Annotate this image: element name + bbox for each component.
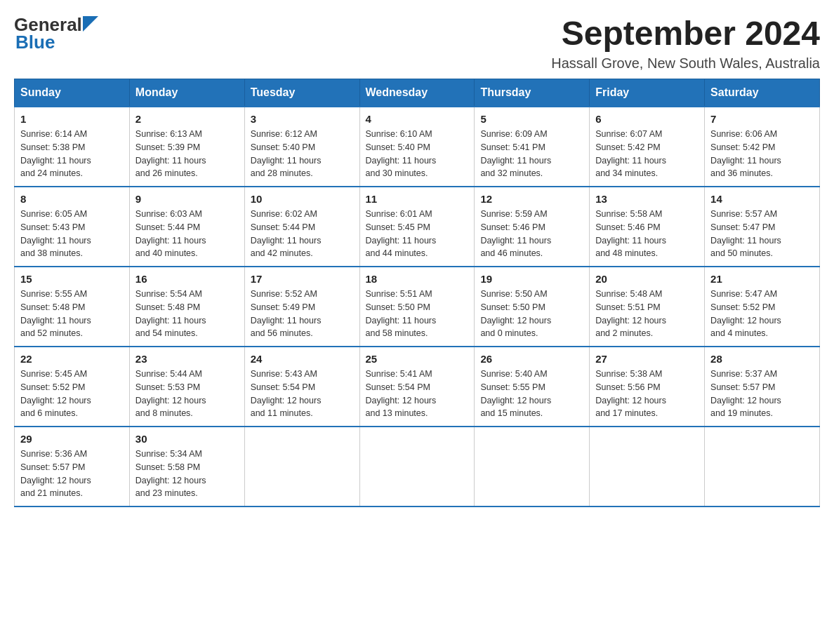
day-number: 6: [595, 113, 699, 125]
day-info: Sunrise: 6:01 AM Sunset: 5:45 PM Dayligh…: [366, 208, 469, 260]
table-row: 14 Sunrise: 5:57 AM Sunset: 5:47 PM Dayl…: [705, 187, 820, 267]
day-info: Sunrise: 5:58 AM Sunset: 5:46 PM Dayligh…: [595, 208, 699, 260]
day-number: 1: [20, 113, 124, 125]
day-number: 18: [366, 273, 469, 285]
day-info: Sunrise: 6:03 AM Sunset: 5:44 PM Dayligh…: [135, 208, 239, 260]
calendar-subtitle: Hassall Grove, New South Wales, Australi…: [551, 55, 820, 72]
logo-blue-text: Blue: [15, 32, 55, 53]
day-number: 2: [135, 113, 239, 125]
table-row: 17 Sunrise: 5:52 AM Sunset: 5:49 PM Dayl…: [244, 267, 359, 347]
table-row: 28 Sunrise: 5:37 AM Sunset: 5:57 PM Dayl…: [705, 347, 820, 427]
day-info: Sunrise: 5:45 AM Sunset: 5:52 PM Dayligh…: [20, 368, 124, 420]
table-row: 3 Sunrise: 6:12 AM Sunset: 5:40 PM Dayli…: [244, 107, 359, 187]
day-number: 25: [366, 353, 469, 365]
day-info: Sunrise: 5:38 AM Sunset: 5:56 PM Dayligh…: [595, 368, 699, 420]
day-info: Sunrise: 5:52 AM Sunset: 5:49 PM Dayligh…: [251, 288, 354, 340]
table-row: 5 Sunrise: 6:09 AM Sunset: 5:41 PM Dayli…: [475, 107, 590, 187]
day-number: 8: [20, 193, 124, 205]
day-info: Sunrise: 6:10 AM Sunset: 5:40 PM Dayligh…: [366, 128, 469, 180]
header-sunday: Sunday: [15, 79, 130, 107]
day-info: Sunrise: 5:34 AM Sunset: 5:58 PM Dayligh…: [135, 448, 239, 500]
table-row: 30 Sunrise: 5:34 AM Sunset: 5:58 PM Dayl…: [129, 427, 244, 507]
day-number: 10: [251, 193, 354, 205]
day-number: 15: [20, 273, 124, 285]
header-tuesday: Tuesday: [244, 79, 359, 107]
day-info: Sunrise: 5:44 AM Sunset: 5:53 PM Dayligh…: [135, 368, 239, 420]
day-number: 24: [251, 353, 354, 365]
day-number: 28: [710, 353, 814, 365]
day-number: 29: [20, 433, 124, 445]
day-number: 21: [710, 273, 814, 285]
table-row: [590, 427, 705, 507]
header-monday: Monday: [129, 79, 244, 107]
day-info: Sunrise: 5:54 AM Sunset: 5:48 PM Dayligh…: [135, 288, 239, 340]
table-row: 15 Sunrise: 5:55 AM Sunset: 5:48 PM Dayl…: [15, 267, 130, 347]
day-number: 30: [135, 433, 239, 445]
calendar-title: September 2024: [551, 14, 820, 53]
day-info: Sunrise: 6:07 AM Sunset: 5:42 PM Dayligh…: [595, 128, 699, 180]
table-row: 27 Sunrise: 5:38 AM Sunset: 5:56 PM Dayl…: [590, 347, 705, 427]
header-wednesday: Wednesday: [359, 79, 475, 107]
calendar-header-row: Sunday Monday Tuesday Wednesday Thursday…: [15, 79, 820, 107]
day-info: Sunrise: 5:51 AM Sunset: 5:50 PM Dayligh…: [366, 288, 469, 340]
calendar-table: Sunday Monday Tuesday Wednesday Thursday…: [14, 79, 820, 507]
day-info: Sunrise: 5:57 AM Sunset: 5:47 PM Dayligh…: [710, 208, 814, 260]
svg-marker-0: [83, 16, 98, 32]
table-row: [359, 427, 475, 507]
day-info: Sunrise: 6:05 AM Sunset: 5:43 PM Dayligh…: [20, 208, 124, 260]
day-number: 12: [480, 193, 583, 205]
day-number: 20: [595, 273, 699, 285]
day-number: 26: [480, 353, 583, 365]
table-row: 29 Sunrise: 5:36 AM Sunset: 5:57 PM Dayl…: [15, 427, 130, 507]
day-number: 5: [480, 113, 583, 125]
table-row: [244, 427, 359, 507]
logo: General Blue: [14, 14, 98, 53]
day-info: Sunrise: 5:48 AM Sunset: 5:51 PM Dayligh…: [595, 288, 699, 340]
day-info: Sunrise: 5:43 AM Sunset: 5:54 PM Dayligh…: [251, 368, 354, 420]
table-row: [475, 427, 590, 507]
table-row: 26 Sunrise: 5:40 AM Sunset: 5:55 PM Dayl…: [475, 347, 590, 427]
day-info: Sunrise: 5:59 AM Sunset: 5:46 PM Dayligh…: [480, 208, 583, 260]
day-info: Sunrise: 5:37 AM Sunset: 5:57 PM Dayligh…: [710, 368, 814, 420]
table-row: 10 Sunrise: 6:02 AM Sunset: 5:44 PM Dayl…: [244, 187, 359, 267]
day-number: 19: [480, 273, 583, 285]
day-number: 16: [135, 273, 239, 285]
calendar-week-3: 15 Sunrise: 5:55 AM Sunset: 5:48 PM Dayl…: [15, 267, 820, 347]
table-row: 2 Sunrise: 6:13 AM Sunset: 5:39 PM Dayli…: [129, 107, 244, 187]
table-row: 9 Sunrise: 6:03 AM Sunset: 5:44 PM Dayli…: [129, 187, 244, 267]
header-friday: Friday: [590, 79, 705, 107]
calendar-week-4: 22 Sunrise: 5:45 AM Sunset: 5:52 PM Dayl…: [15, 347, 820, 427]
day-number: 4: [366, 113, 469, 125]
page-header: General Blue September 2024 Hassall Grov…: [14, 14, 820, 72]
calendar-week-2: 8 Sunrise: 6:05 AM Sunset: 5:43 PM Dayli…: [15, 187, 820, 267]
table-row: 16 Sunrise: 5:54 AM Sunset: 5:48 PM Dayl…: [129, 267, 244, 347]
table-row: 19 Sunrise: 5:50 AM Sunset: 5:50 PM Dayl…: [475, 267, 590, 347]
day-number: 17: [251, 273, 354, 285]
table-row: 12 Sunrise: 5:59 AM Sunset: 5:46 PM Dayl…: [475, 187, 590, 267]
day-info: Sunrise: 6:12 AM Sunset: 5:40 PM Dayligh…: [251, 128, 354, 180]
day-number: 11: [366, 193, 469, 205]
table-row: 8 Sunrise: 6:05 AM Sunset: 5:43 PM Dayli…: [15, 187, 130, 267]
table-row: 23 Sunrise: 5:44 AM Sunset: 5:53 PM Dayl…: [129, 347, 244, 427]
day-number: 23: [135, 353, 239, 365]
header-thursday: Thursday: [475, 79, 590, 107]
table-row: 1 Sunrise: 6:14 AM Sunset: 5:38 PM Dayli…: [15, 107, 130, 187]
day-info: Sunrise: 5:47 AM Sunset: 5:52 PM Dayligh…: [710, 288, 814, 340]
table-row: 24 Sunrise: 5:43 AM Sunset: 5:54 PM Dayl…: [244, 347, 359, 427]
table-row: 13 Sunrise: 5:58 AM Sunset: 5:46 PM Dayl…: [590, 187, 705, 267]
day-number: 7: [710, 113, 814, 125]
table-row: 4 Sunrise: 6:10 AM Sunset: 5:40 PM Dayli…: [359, 107, 475, 187]
header-saturday: Saturday: [705, 79, 820, 107]
day-info: Sunrise: 5:36 AM Sunset: 5:57 PM Dayligh…: [20, 448, 124, 500]
calendar-week-1: 1 Sunrise: 6:14 AM Sunset: 5:38 PM Dayli…: [15, 107, 820, 187]
day-info: Sunrise: 6:13 AM Sunset: 5:39 PM Dayligh…: [135, 128, 239, 180]
table-row: 22 Sunrise: 5:45 AM Sunset: 5:52 PM Dayl…: [15, 347, 130, 427]
calendar-week-5: 29 Sunrise: 5:36 AM Sunset: 5:57 PM Dayl…: [15, 427, 820, 507]
table-row: [705, 427, 820, 507]
table-row: 20 Sunrise: 5:48 AM Sunset: 5:51 PM Dayl…: [590, 267, 705, 347]
day-info: Sunrise: 6:14 AM Sunset: 5:38 PM Dayligh…: [20, 128, 124, 180]
table-row: 11 Sunrise: 6:01 AM Sunset: 5:45 PM Dayl…: [359, 187, 475, 267]
day-info: Sunrise: 5:40 AM Sunset: 5:55 PM Dayligh…: [480, 368, 583, 420]
table-row: 21 Sunrise: 5:47 AM Sunset: 5:52 PM Dayl…: [705, 267, 820, 347]
day-info: Sunrise: 6:02 AM Sunset: 5:44 PM Dayligh…: [251, 208, 354, 260]
